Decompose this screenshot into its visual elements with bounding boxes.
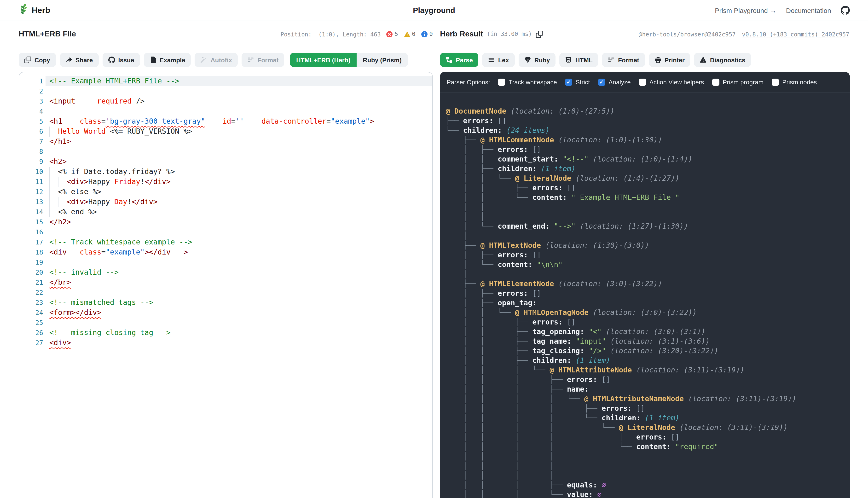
ast-line: │ │ │ │ ├── errors: [] [446, 404, 850, 413]
line-number: 6 [19, 127, 43, 136]
editor-line[interactable]: <input required /> [49, 96, 432, 106]
editor-line[interactable]: <form></div> [49, 308, 432, 318]
ast-line: │ └── content: "\n\n" [446, 260, 850, 270]
nav-link-documentation[interactable]: Documentation [786, 6, 831, 14]
position-value: (1:0), Length: 463 [318, 31, 381, 38]
line-number: 27 [19, 338, 43, 348]
error-count-badge: 5 [386, 31, 398, 37]
editor-line[interactable]: <div>Happy Day!</div> [49, 197, 432, 207]
nav-link-prism-playground[interactable]: Prism Playground → [715, 6, 776, 14]
share-button[interactable]: Share [60, 53, 98, 67]
editor-line[interactable] [49, 106, 432, 117]
line-number: 20 [19, 267, 43, 277]
copy-button[interactable]: Copy [19, 53, 56, 67]
editor-line[interactable] [49, 318, 432, 328]
package-version: @herb-tools/browser@2402c957 [639, 31, 736, 38]
editor-line[interactable] [49, 86, 432, 96]
ast-line: │ │ │ │ [446, 451, 850, 461]
line-number: 13 [19, 197, 43, 207]
editor-line[interactable]: <% if Date.today.friday? %> [49, 167, 432, 177]
editor-line[interactable]: </h2> [49, 217, 432, 227]
html-button-label: HTML [575, 56, 593, 64]
editor-line[interactable] [49, 258, 432, 267]
unchecked-checkbox[interactable] [772, 79, 779, 86]
option-label: Action View helpers [649, 79, 704, 86]
option-label: Strict [576, 79, 590, 86]
unchecked-checkbox[interactable] [498, 79, 505, 86]
editor-line[interactable]: <% else %> [49, 187, 432, 197]
ast-line: │ │ │ ├── name: [446, 384, 850, 394]
parser-options-label: Parser Options: [447, 79, 490, 86]
github-icon [108, 56, 115, 63]
tab-html-erb-herb[interactable]: HTML+ERB (Herb) [290, 53, 357, 67]
autofix-button: Autofix [195, 53, 238, 67]
editor-line[interactable]: <div class="example"></div > [49, 247, 432, 258]
ast-line: │ │ └── @ LiteralNode (location: (1:4)-(… [446, 173, 850, 183]
printer-button[interactable]: Printer [649, 53, 691, 67]
line-number: 21 [19, 277, 43, 288]
info-count-badge: 0 [421, 31, 433, 37]
editor-line[interactable] [49, 288, 432, 298]
editor-line[interactable] [49, 227, 432, 237]
diagnostics-button[interactable]: Diagnostics [694, 53, 751, 67]
line-number: 25 [19, 318, 43, 328]
ast-line: │ │ │ ├── errors: [] [446, 375, 850, 384]
example-button[interactable]: Example [144, 53, 191, 67]
editor-line[interactable]: <% end %> [49, 207, 432, 217]
line-number: 1 [19, 76, 43, 86]
autofix-button-label: Autofix [211, 56, 232, 64]
editor-line[interactable]: Hello World <%= RUBY_VERSION %> [49, 127, 432, 136]
option-analyze[interactable]: Analyze [598, 79, 631, 86]
ast-line: │ └── comment_end: "-->" (location: (1:2… [446, 221, 850, 231]
editor-line[interactable]: <div>Happy Friday!</div> [49, 177, 432, 187]
editor-line[interactable]: <div> [49, 338, 432, 348]
option-action-view-helpers[interactable]: Action View helpers [639, 79, 704, 86]
option-label: Prism nodes [782, 79, 817, 86]
version-link[interactable]: v0.8.10 (+183 commits) 2402c957 [742, 31, 849, 38]
option-strict[interactable]: Strict [565, 79, 590, 86]
lex-button[interactable]: Lex [483, 53, 515, 67]
code-editor[interactable]: 1234567891011121314151617181920212223242… [19, 72, 433, 498]
editor-line[interactable]: <!-- missing closing tag --> [49, 328, 432, 338]
brand[interactable]: Herb [18, 4, 50, 17]
playground-app: Herb Playground Prism Playground → Docum… [0, 0, 868, 498]
editor-line[interactable]: <h2> [49, 157, 432, 167]
ruby-button[interactable]: Ruby [518, 53, 556, 67]
unchecked-checkbox[interactable] [639, 79, 646, 86]
copy-result-icon[interactable] [536, 30, 543, 38]
app-header: Herb Playground Prism Playground → Docum… [0, 0, 868, 21]
editor-line[interactable]: </br> [49, 277, 432, 288]
warn-icon [700, 56, 707, 63]
line-number: 26 [19, 328, 43, 338]
ast-line: │ │ ├── errors: [] [446, 183, 850, 193]
parse-button[interactable]: Parse [440, 53, 478, 67]
checked-checkbox[interactable] [598, 79, 605, 86]
option-prism-program[interactable]: Prism program [712, 79, 764, 86]
line-number: 7 [19, 136, 43, 147]
editor-line[interactable]: <!-- Track whitespace example --> [49, 237, 432, 247]
ast-line: │ [446, 231, 850, 240]
issue-button[interactable]: Issue [102, 53, 140, 67]
ast-tree-view[interactable]: @ DocumentNode (location: (1:0)-(27:5))├… [440, 93, 850, 498]
editor-code-area[interactable]: <!-- Example HTML+ERB File --><input req… [49, 76, 432, 348]
checked-checkbox[interactable] [565, 79, 572, 86]
html-button[interactable]: HTML [560, 53, 599, 67]
github-icon[interactable] [841, 6, 850, 15]
editor-line[interactable]: <!-- mismatched tags --> [49, 298, 432, 308]
info-icon [421, 31, 428, 37]
tab-ruby-prism[interactable]: Ruby (Prism) [357, 53, 408, 67]
ast-line: │ ├── children: (1 item) [446, 164, 850, 173]
unchecked-checkbox[interactable] [712, 79, 720, 86]
line-number: 19 [19, 258, 43, 267]
lex-button-label: Lex [498, 56, 509, 64]
format-button[interactable]: Format [602, 53, 645, 67]
option-track-whitespace[interactable]: Track whitespace [498, 79, 557, 86]
editor-line[interactable]: </h1> [49, 136, 432, 147]
editor-line[interactable]: <!-- invalid --> [49, 267, 432, 277]
editor-line[interactable]: <h1 class='bg-gray-300 text-gray" id='' … [49, 117, 432, 127]
ast-line: │ │ │ │ [446, 471, 850, 480]
editor-line[interactable] [49, 147, 432, 157]
ast-line: ├── @ HTMLTextNode (location: (1:30)-(3:… [446, 240, 850, 250]
option-prism-nodes[interactable]: Prism nodes [772, 79, 817, 86]
editor-line[interactable]: <!-- Example HTML+ERB File --> [49, 76, 432, 86]
